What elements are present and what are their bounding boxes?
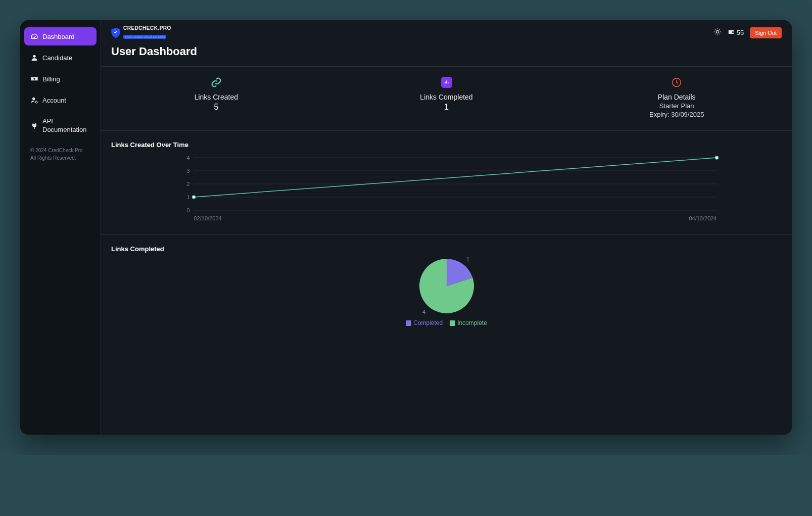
- svg-point-19: [193, 196, 196, 199]
- line-chart: 0123402/10/202404/10/2024: [111, 154, 782, 224]
- pie-chart-section: Links Completed 14 CompletedIncomplete: [101, 235, 792, 337]
- sidebar-item-account[interactable]: Account: [24, 91, 97, 109]
- svg-point-4: [35, 101, 37, 103]
- svg-text:4: 4: [186, 155, 189, 161]
- user-icon: [30, 54, 38, 62]
- user-gear-icon: [30, 96, 38, 104]
- sidebar-item-candidate[interactable]: Candidate: [24, 49, 97, 67]
- brand: CREDCHECK.PRO BACKGROUND CHECK EXPERTS: [111, 25, 171, 40]
- svg-text:0: 0: [186, 207, 189, 213]
- line-chart-title: Links Created Over Time: [111, 141, 782, 149]
- page-title: User Dashboard: [101, 45, 792, 66]
- legend-item: Incomplete: [450, 319, 487, 326]
- legend-swatch: [406, 320, 411, 326]
- gauge-icon: [30, 32, 38, 40]
- stat-label: Plan Details: [566, 93, 787, 101]
- copyright-line-1: © 2024 CredCheck.Pro: [30, 147, 90, 154]
- stat-value: 5: [106, 103, 326, 112]
- sidebar-item-label: Dashboard: [42, 33, 75, 40]
- theme-toggle-icon[interactable]: [713, 28, 722, 38]
- topbar: CREDCHECK.PRO BACKGROUND CHECK EXPERTS 5…: [101, 20, 792, 45]
- app-frame: Dashboard Candidate Billing Account API …: [20, 20, 792, 435]
- svg-text:04/10/2024: 04/10/2024: [689, 215, 717, 221]
- link-icon: [211, 77, 222, 88]
- svg-point-3: [32, 98, 35, 100]
- pie-chart: 14: [418, 258, 475, 314]
- svg-point-2: [33, 78, 35, 79]
- topbar-right: 55 Sign Out: [713, 27, 782, 38]
- sidebar-item-dashboard[interactable]: Dashboard: [24, 27, 97, 45]
- svg-point-20: [715, 156, 719, 159]
- stat-label: Links Created: [106, 93, 326, 101]
- pie-chart-title: Links Completed: [111, 245, 782, 253]
- plug-icon: [30, 122, 38, 130]
- legend-label: Completed: [413, 319, 443, 326]
- svg-text:02/10/2024: 02/10/2024: [194, 215, 222, 221]
- credits-display: 55: [728, 28, 744, 37]
- stat-value: 1: [337, 103, 557, 112]
- pie-slice-value: 4: [422, 309, 425, 315]
- sidebar-item-billing[interactable]: Billing: [24, 70, 97, 88]
- legend-label: Incomplete: [457, 319, 487, 326]
- brand-name: CREDCHECK.PRO: [123, 25, 171, 31]
- plan-expiry: Expiry: 30/09/2025: [566, 111, 787, 118]
- sidebar: Dashboard Candidate Billing Account API …: [20, 20, 101, 435]
- sidebar-item-label: Candidate: [42, 54, 72, 62]
- stat-plan-details: Plan Details Starter Plan Expiry: 30/09/…: [561, 67, 792, 130]
- sidebar-item-label: API Documentation: [42, 117, 90, 134]
- legend-swatch: [450, 320, 455, 326]
- pie-legend: CompletedIncomplete: [406, 319, 487, 326]
- bar-chart-icon: [441, 77, 452, 88]
- line-chart-section: Links Created Over Time 0123402/10/20240…: [101, 131, 792, 235]
- svg-point-0: [33, 55, 35, 58]
- clock-icon: [671, 77, 682, 88]
- legend-item: Completed: [406, 319, 443, 326]
- stat-links-completed: Links Completed 1: [331, 67, 562, 130]
- svg-text:1: 1: [186, 194, 189, 200]
- svg-text:3: 3: [186, 168, 189, 174]
- stat-links-created: Links Created 5: [101, 67, 331, 130]
- sidebar-item-label: Billing: [42, 75, 60, 83]
- brand-tagline: BACKGROUND CHECK EXPERTS: [123, 35, 166, 39]
- credits-value: 55: [737, 29, 744, 36]
- money-icon: [30, 75, 38, 83]
- sidebar-item-label: Account: [42, 97, 66, 104]
- sidebar-item-api-documentation[interactable]: API Documentation: [24, 112, 97, 139]
- pie-chart-wrap: 14 CompletedIncomplete: [111, 258, 782, 326]
- svg-rect-7: [732, 31, 734, 32]
- line-chart-svg: 0123402/10/202404/10/2024: [111, 154, 782, 224]
- main-content: CREDCHECK.PRO BACKGROUND CHECK EXPERTS 5…: [101, 20, 792, 435]
- svg-point-5: [716, 30, 719, 33]
- stat-label: Links Completed: [337, 93, 557, 101]
- wallet-icon: [728, 28, 735, 37]
- plan-name: Starter Plan: [566, 102, 787, 110]
- pie-chart-svg: [418, 258, 475, 314]
- sidebar-footer: © 2024 CredCheck.Pro All Rights Reserved…: [24, 143, 97, 166]
- copyright-line-2: All Rights Reserved.: [30, 154, 90, 162]
- svg-text:2: 2: [186, 181, 189, 187]
- shield-check-icon: [111, 28, 120, 38]
- pie-slice-value: 1: [466, 256, 469, 262]
- stats-row: Links Created 5 Links Completed 1 Plan D…: [101, 66, 792, 131]
- sign-out-button[interactable]: Sign Out: [750, 27, 782, 38]
